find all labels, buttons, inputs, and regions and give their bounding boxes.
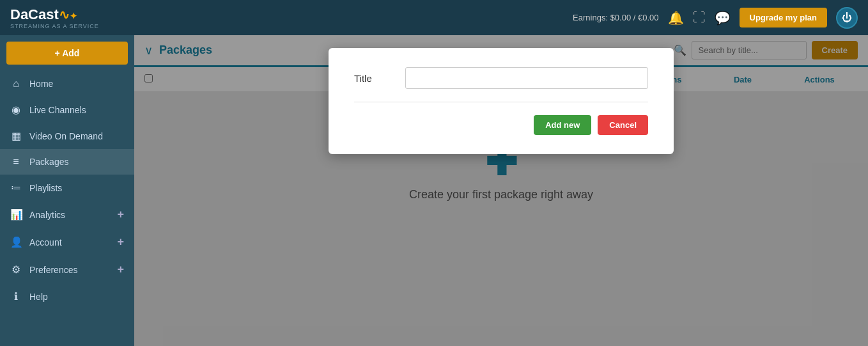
sidebar-label-help: Help bbox=[29, 292, 124, 302]
preferences-icon: ⚙ bbox=[10, 263, 22, 276]
modal-actions: Add new Cancel bbox=[354, 115, 648, 135]
sidebar-item-preferences[interactable]: ⚙ Preferences + bbox=[0, 256, 134, 283]
add-package-modal: Title Add new Cancel bbox=[329, 48, 674, 154]
sidebar-label-preferences: Preferences bbox=[29, 265, 117, 275]
sidebar-item-analytics[interactable]: 📊 Analytics + bbox=[0, 201, 134, 228]
sidebar-label-vod: Video On Demand bbox=[29, 131, 124, 141]
cancel-button[interactable]: Cancel bbox=[598, 115, 648, 135]
fullscreen-icon[interactable]: ⛶ bbox=[693, 10, 706, 25]
logo-area: DaCast∿✦ STREAMING AS A SERVICE bbox=[10, 6, 99, 29]
modal-title-input[interactable] bbox=[405, 67, 648, 89]
sidebar-item-home[interactable]: ⌂ Home bbox=[0, 71, 134, 97]
analytics-icon: 📊 bbox=[10, 208, 22, 221]
sidebar-item-packages[interactable]: ≡ Packages bbox=[0, 149, 134, 175]
live-channels-icon: ◉ bbox=[10, 104, 22, 116]
account-expand-icon[interactable]: + bbox=[117, 235, 124, 249]
top-header: DaCast∿✦ STREAMING AS A SERVICE Earnings… bbox=[0, 0, 868, 35]
packages-icon: ≡ bbox=[10, 156, 22, 168]
sidebar-label-account: Account bbox=[29, 237, 117, 248]
sidebar-item-playlists[interactable]: ≔ Playlists bbox=[0, 175, 134, 201]
sidebar: + Add ⌂ Home ◉ Live Channels ▦ Video On … bbox=[0, 35, 134, 346]
header-right: Earnings: $0.00 / €0.00 🔔 ⛶ 💬 Upgrade my… bbox=[573, 7, 858, 29]
main-content: ∨ Packages 🔍 Create Options Date Actions… bbox=[134, 35, 868, 346]
logo-text: DaCast∿✦ bbox=[10, 6, 77, 22]
modal-title-label: Title bbox=[354, 73, 405, 84]
sidebar-item-live-channels[interactable]: ◉ Live Channels bbox=[0, 97, 134, 123]
sidebar-label-analytics: Analytics bbox=[29, 210, 117, 220]
sidebar-label-packages: Packages bbox=[29, 157, 124, 167]
logo-subtitle: STREAMING AS A SERVICE bbox=[10, 23, 99, 29]
home-icon: ⌂ bbox=[10, 78, 22, 90]
account-icon: 👤 bbox=[10, 236, 22, 248]
sidebar-item-account[interactable]: 👤 Account + bbox=[0, 228, 134, 256]
add-button[interactable]: + Add bbox=[6, 42, 128, 65]
modal-overlay[interactable]: Title Add new Cancel bbox=[134, 35, 868, 346]
sidebar-label-playlists: Playlists bbox=[29, 183, 124, 193]
sidebar-item-vod[interactable]: ▦ Video On Demand bbox=[0, 123, 134, 149]
sidebar-label-home: Home bbox=[29, 79, 124, 89]
bell-icon[interactable]: 🔔 bbox=[668, 10, 684, 26]
power-button[interactable]: ⏻ bbox=[836, 7, 858, 29]
playlists-icon: ≔ bbox=[10, 182, 22, 194]
analytics-expand-icon[interactable]: + bbox=[117, 208, 124, 221]
chat-icon[interactable]: 💬 bbox=[715, 10, 731, 26]
help-icon: ℹ bbox=[10, 290, 22, 303]
earnings-text: Earnings: $0.00 / €0.00 bbox=[573, 13, 658, 22]
vod-icon: ▦ bbox=[10, 130, 22, 142]
sidebar-item-help[interactable]: ℹ Help bbox=[0, 283, 134, 310]
add-new-button[interactable]: Add new bbox=[534, 115, 591, 135]
modal-title-row: Title bbox=[354, 67, 648, 102]
upgrade-button[interactable]: Upgrade my plan bbox=[740, 8, 827, 28]
main-layout: + Add ⌂ Home ◉ Live Channels ▦ Video On … bbox=[0, 35, 868, 346]
preferences-expand-icon[interactable]: + bbox=[117, 263, 124, 276]
sidebar-label-live-channels: Live Channels bbox=[29, 105, 124, 115]
